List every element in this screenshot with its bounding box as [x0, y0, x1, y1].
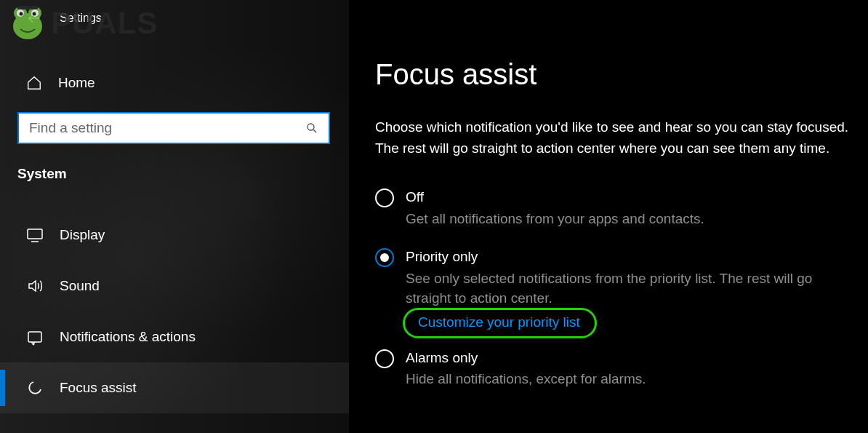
- search-box[interactable]: [17, 112, 330, 144]
- svg-rect-7: [17, 6, 38, 9]
- sidebar: PUALS Settings Home System: [0, 0, 349, 433]
- option-text: Alarms only Hide all notifications, exce…: [406, 349, 856, 389]
- svg-line-9: [313, 130, 316, 132]
- option-sub: Get all notifications from your apps and…: [406, 209, 856, 229]
- sidebar-item-focus-assist[interactable]: Focus assist: [0, 362, 349, 413]
- sidebar-item-display[interactable]: Display: [0, 210, 349, 261]
- home-icon: [26, 75, 42, 91]
- search-icon: [305, 122, 318, 135]
- sidebar-nav: Display Sound Notifications & action: [0, 210, 349, 413]
- watermark-text: PUALS: [51, 6, 158, 41]
- option-text: Off Get all notifications from your apps…: [406, 188, 856, 229]
- sound-icon: [26, 277, 44, 295]
- radio-alarms[interactable]: [375, 349, 394, 368]
- focus-assist-icon: [26, 379, 44, 397]
- option-priority[interactable]: Priority only See only selected notifica…: [375, 247, 856, 338]
- svg-point-5: [20, 12, 23, 16]
- option-sub: Hide all notifications, except for alarm…: [406, 369, 856, 389]
- display-icon: [26, 226, 44, 244]
- option-label: Priority only: [406, 247, 856, 267]
- sidebar-item-label: Notifications & actions: [60, 329, 196, 345]
- option-label: Off: [406, 188, 856, 207]
- home-button[interactable]: Home: [0, 68, 349, 98]
- content-pane: Focus assist Choose which notification y…: [349, 0, 868, 433]
- option-sub: See only selected notifications from the…: [406, 269, 856, 306]
- sidebar-item-sound[interactable]: Sound: [0, 261, 349, 311]
- sidebar-item-label: Focus assist: [60, 380, 137, 396]
- notifications-icon: [26, 328, 44, 346]
- radio-priority[interactable]: [375, 248, 394, 267]
- svg-point-8: [308, 124, 314, 130]
- search-container: [17, 112, 331, 144]
- page-title: Focus assist: [375, 58, 856, 91]
- customize-priority-list-link[interactable]: Customize your priority list: [403, 308, 597, 338]
- svg-rect-10: [28, 229, 42, 239]
- svg-point-6: [33, 12, 36, 16]
- sidebar-item-notifications[interactable]: Notifications & actions: [0, 311, 349, 362]
- option-off[interactable]: Off Get all notifications from your apps…: [375, 188, 856, 229]
- watermark-logo: [7, 1, 48, 42]
- sidebar-item-label: Display: [60, 227, 105, 243]
- option-alarms[interactable]: Alarms only Hide all notifications, exce…: [375, 349, 856, 389]
- sidebar-item-label: Sound: [60, 278, 100, 294]
- svg-rect-12: [28, 332, 41, 342]
- page-description: Choose which notification you'd like to …: [375, 117, 855, 159]
- option-text: Priority only See only selected notifica…: [406, 247, 856, 338]
- radio-off[interactable]: [375, 188, 394, 207]
- home-label: Home: [58, 75, 95, 91]
- option-label: Alarms only: [406, 349, 856, 368]
- search-input[interactable]: [29, 120, 305, 136]
- sidebar-section-header: System: [0, 144, 349, 192]
- focus-assist-options: Off Get all notifications from your apps…: [375, 188, 856, 389]
